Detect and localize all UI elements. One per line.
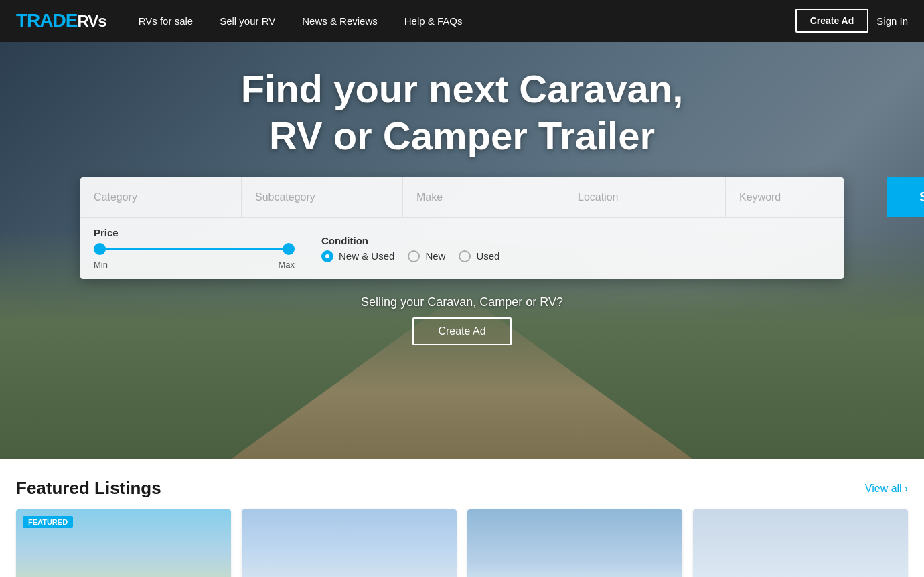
listing-image <box>467 509 682 577</box>
create-ad-hero-button[interactable]: Create Ad <box>412 317 511 345</box>
radio-used-circle <box>459 250 471 262</box>
condition-label: Condition <box>321 235 499 246</box>
price-min-label: Min <box>94 260 108 270</box>
hero-section: Find your next Caravan, RV or Camper Tra… <box>0 42 924 459</box>
keyword-input[interactable] <box>726 177 887 217</box>
nav-rvs-for-sale[interactable]: RVs for sale <box>128 10 204 32</box>
location-input[interactable] <box>564 177 726 217</box>
selling-text: Selling your Caravan, Camper or RV? <box>361 295 563 309</box>
make-input[interactable] <box>403 177 564 217</box>
condition-new-used-label: New & Used <box>339 250 394 262</box>
featured-header: Featured Listings View all › <box>16 478 908 499</box>
price-label: Price <box>94 227 295 238</box>
sign-in-button[interactable]: Sign In <box>876 15 908 27</box>
condition-used[interactable]: Used <box>459 250 499 262</box>
selling-cta: Selling your Caravan, Camper or RV? Crea… <box>361 295 563 345</box>
view-all-link[interactable]: View all › <box>865 483 908 495</box>
condition-options: New & Used New Used <box>321 250 499 262</box>
create-ad-button[interactable]: Create Ad <box>795 9 869 33</box>
search-button[interactable]: Search <box>887 177 924 217</box>
listing-image-bg <box>242 509 457 577</box>
featured-badge: FEATURED <box>23 516 73 528</box>
listing-card[interactable] <box>467 509 682 577</box>
price-section: Price Min Max <box>94 227 295 270</box>
listing-image-bg <box>467 509 682 577</box>
chevron-right-icon: › <box>905 483 908 495</box>
price-thumb-min[interactable] <box>94 243 106 255</box>
nav-sell-your-rv[interactable]: Sell your RV <box>209 10 286 32</box>
search-container: Search Price Min Max <box>80 177 844 279</box>
listing-image <box>693 509 908 577</box>
condition-new-used[interactable]: New & Used <box>321 250 394 262</box>
listing-card[interactable] <box>693 509 908 577</box>
nav-help-faqs[interactable]: Help & FAQs <box>394 10 473 32</box>
price-minmax: Min Max <box>94 260 295 270</box>
condition-new[interactable]: New <box>408 250 445 262</box>
radio-new-circle <box>408 250 420 262</box>
price-track <box>94 248 295 250</box>
listing-image: FEATURED <box>16 509 231 577</box>
listings-grid: FEATURED <box>16 509 908 577</box>
logo-rvs: RVs <box>77 12 106 30</box>
nav-links: RVs for sale Sell your RV News & Reviews… <box>128 10 795 32</box>
nav-news-reviews[interactable]: News & Reviews <box>291 10 388 32</box>
condition-new-label: New <box>425 250 445 262</box>
navbar: TRADERVs RVs for sale Sell your RV News … <box>0 0 924 42</box>
featured-section: Featured Listings View all › FEATURED <box>0 459 924 577</box>
search-row: Search <box>80 177 844 218</box>
logo-trade: TRADE <box>16 10 77 31</box>
logo[interactable]: TRADERVs <box>16 10 106 31</box>
featured-title: Featured Listings <box>16 478 161 499</box>
condition-section: Condition New & Used New Used <box>321 235 499 262</box>
radio-new-used-circle <box>321 250 333 262</box>
listing-image <box>242 509 457 577</box>
condition-used-label: Used <box>476 250 499 262</box>
hero-title: Find your next Caravan, RV or Camper Tra… <box>228 66 697 159</box>
listing-card[interactable]: FEATURED <box>16 509 231 577</box>
listing-image-bg <box>693 509 908 577</box>
price-thumb-max[interactable] <box>283 243 295 255</box>
nav-actions: Create Ad Sign In <box>795 9 908 33</box>
subcategory-input[interactable] <box>242 177 403 217</box>
search-options: Price Min Max Condition <box>80 218 844 279</box>
price-slider[interactable] <box>94 242 295 256</box>
price-max-label: Max <box>278 260 295 270</box>
hero-content: Find your next Caravan, RV or Camper Tra… <box>0 42 924 345</box>
listing-card[interactable] <box>242 509 457 577</box>
category-input[interactable] <box>80 177 242 217</box>
